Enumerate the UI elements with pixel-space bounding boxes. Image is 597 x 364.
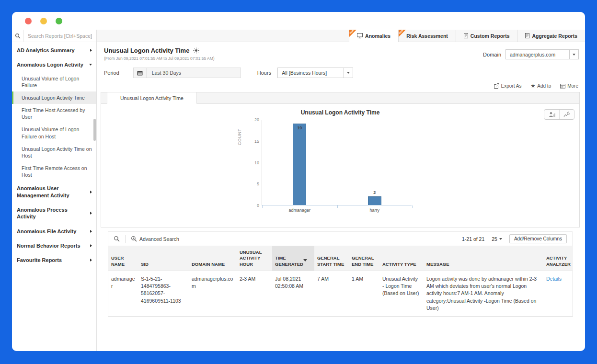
sidebar-item-anomalous-file-activity[interactable]: Anomalous File Activity — [12, 224, 96, 239]
chevron-down-icon — [499, 238, 502, 240]
x-axis-category-label: harry — [337, 208, 413, 213]
tab-anomalies[interactable]: NEW Anomalies — [349, 30, 398, 42]
chevron-right-icon — [90, 244, 92, 247]
chart-toolbar — [544, 109, 574, 120]
sun-icon[interactable] — [193, 47, 199, 54]
domain-select[interactable]: admanagerplus.com — [505, 49, 579, 59]
search-reports-input[interactable] — [24, 33, 96, 39]
col-header-activity-type[interactable]: ACTIVITY TYPE — [379, 246, 424, 271]
cell-domain-name: admanagerplus.com — [189, 271, 237, 317]
chart-region: Unusual Logon Activity Time COUNT 051015… — [101, 104, 579, 227]
cell-unusual-activity-hour: 2-3 AM — [237, 271, 272, 317]
tab-label: Anomalies — [365, 33, 390, 39]
cell-general-start-time: 7 AM — [314, 271, 349, 317]
col-header-time-generated[interactable]: TIME GENERATED — [272, 246, 314, 271]
hours-label: Hours — [257, 70, 271, 76]
main-content: Unusual Logon Activity Time (From Jun 09… — [97, 42, 585, 351]
chevron-down-icon — [89, 64, 92, 66]
y-axis-tick: 0 — [247, 203, 259, 208]
minimize-window-button[interactable] — [40, 18, 47, 24]
add-remove-columns-button[interactable]: Add/Remove Columns — [509, 234, 567, 243]
tab-label: Risk Assessment — [406, 33, 448, 39]
sidebar-item-unusual-logon-activity-time[interactable]: Unusual Logon Activity Time — [12, 91, 96, 104]
cell-sid: S-1-5-21-1484795863-58162057-4169609511-… — [138, 271, 189, 317]
search-icon[interactable] — [114, 236, 120, 242]
advanced-search-button[interactable]: Advanced Search — [131, 236, 179, 242]
x-axis-tick-mark — [337, 205, 338, 208]
period-label: Period — [104, 70, 119, 76]
sidebar-item-unusual-volume-logon-failure-host[interactable]: Unusual Volume of Logon Failure on Host — [12, 123, 96, 142]
period-picker[interactable]: Last 30 Days — [133, 68, 241, 78]
table-row: admanager S-1-5-21-1484795863-58162057-4… — [108, 271, 573, 317]
hours-dropdown-button[interactable] — [344, 68, 353, 78]
close-window-button[interactable] — [25, 18, 32, 24]
details-link[interactable]: Details — [546, 276, 562, 282]
domain-dropdown-button[interactable] — [569, 50, 578, 59]
hours-select[interactable]: All [Business Hours] — [277, 68, 353, 78]
col-header-sid[interactable]: SID — [138, 246, 189, 271]
chevron-right-icon — [90, 230, 92, 233]
sidebar-item-anomalous-logon-activity[interactable]: Anomalous Logon Activity — [12, 57, 96, 72]
bar-value-label: 19 — [262, 125, 337, 130]
sidebar-item-favourite-reports[interactable]: Favourite Reports — [12, 253, 96, 267]
chevron-right-icon — [90, 259, 92, 262]
filter-row: Period Last 30 Days Hours All [Business … — [104, 68, 580, 78]
chevron-down-icon — [573, 54, 575, 56]
y-axis-tick: 15 — [247, 139, 259, 144]
sidebar-scrollbar-thumb[interactable] — [93, 119, 96, 141]
bar-admanager — [293, 124, 306, 205]
col-header-general-end-time[interactable]: GENERAL END TIME — [349, 246, 379, 271]
domain-value: admanagerplus.com — [506, 52, 569, 57]
sidebar-item-unusual-volume-logon-failure[interactable]: Unusual Volume of Logon Failure — [12, 72, 96, 91]
tab-label: Aggregate Reports — [532, 33, 577, 39]
chart-refresh-icon[interactable] — [559, 110, 574, 119]
x-axis-tick-mark — [412, 205, 413, 208]
report-actions: Export As ★ Add to More — [101, 83, 578, 89]
chevron-right-icon — [90, 212, 92, 215]
sidebar-item-first-time-remote-access[interactable]: First Time Remote Access on Host — [12, 162, 96, 181]
more-button[interactable]: More — [560, 83, 578, 89]
col-header-message[interactable]: MESSAGE — [424, 246, 543, 271]
x-axis-tick-mark — [262, 205, 263, 208]
cell-general-end-time: 1 AM — [349, 271, 379, 317]
zoom-window-button[interactable] — [56, 18, 62, 24]
document-icon — [525, 33, 529, 38]
domain-label: Domain — [483, 52, 501, 57]
user-analytics-icon[interactable] — [544, 110, 559, 119]
sidebar-item-ad-analytics-summary[interactable]: AD Analytics Summary — [12, 43, 96, 57]
tab-aggregate-reports[interactable]: Aggregate Reports — [517, 30, 585, 42]
sidebar-item-normal-behavior-reports[interactable]: Normal Behavior Reports — [12, 239, 96, 253]
window-titlebar — [12, 12, 585, 30]
table-header-row: USER NAME SID DOMAIN NAME UNUSUAL ACTIVI… — [108, 246, 573, 271]
chevron-right-icon — [90, 191, 92, 193]
page-size-select[interactable]: 25 — [492, 236, 502, 242]
sidebar-search — [12, 30, 96, 42]
add-to-button[interactable]: ★ Add to — [530, 83, 551, 89]
col-header-domain-name[interactable]: DOMAIN NAME — [189, 246, 237, 271]
sidebar-item-anomalous-process-activity[interactable]: Anomalous Process Activity — [12, 203, 96, 224]
results-table: USER NAME SID DOMAIN NAME UNUSUAL ACTIVI… — [108, 246, 573, 317]
tab-custom-reports[interactable]: Custom Reports — [456, 30, 517, 42]
tab-label: Custom Reports — [471, 33, 510, 39]
more-icon — [560, 83, 565, 89]
y-axis-tick: 10 — [247, 160, 259, 165]
cell-activity-type: Unusual Activity - Logon Time (Based on … — [379, 271, 424, 317]
col-header-user-name[interactable]: USER NAME — [108, 246, 138, 271]
cell-time-generated: Jul 08,2021 02:50:08 AM — [272, 271, 314, 317]
sidebar-item-first-time-host-accessed[interactable]: First Time Host Accessed by User — [12, 104, 96, 123]
sidebar-nav: AD Analytics Summary Anomalous Logon Act… — [12, 42, 96, 268]
tab-risk-assessment[interactable]: NEW Risk Assessment — [398, 30, 456, 42]
sidebar: AD Analytics Summary Anomalous Logon Act… — [12, 30, 97, 351]
bar-harry — [368, 196, 381, 205]
col-header-general-start-time[interactable]: GENERAL START TIME — [314, 246, 349, 271]
report-tab-unusual-logon-activity-time[interactable]: Unusual Logon Activity Time — [107, 92, 197, 104]
y-axis-tick: 20 — [247, 117, 259, 122]
sidebar-item-unusual-logon-activity-time-host[interactable]: Unusual Logon Activity Time on Host — [12, 143, 96, 162]
y-axis-tick: 5 — [247, 182, 259, 186]
col-header-activity-analyzer[interactable]: ACTIVITY ANALYZER — [543, 246, 573, 271]
page-header-left: Unusual Logon Activity Time (From Jun 09… — [104, 47, 215, 61]
sidebar-item-anomalous-user-management[interactable]: Anomalous User Management Activity — [12, 181, 96, 203]
col-header-unusual-activity-hour[interactable]: UNUSUAL ACTIVITY HOUR — [237, 246, 272, 271]
period-value: Last 30 Days — [147, 70, 181, 76]
export-as-button[interactable]: Export As — [494, 83, 522, 89]
